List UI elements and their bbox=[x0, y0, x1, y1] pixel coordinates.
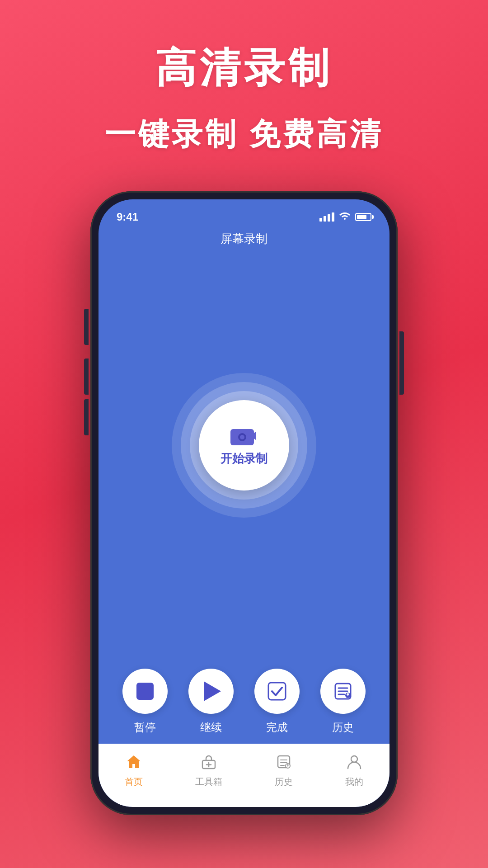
history-tab-icon bbox=[276, 754, 292, 773]
headline-sub: 一键录制 免费高清 bbox=[105, 114, 384, 155]
phone-screen: 9:41 bbox=[99, 199, 389, 807]
continue-label: 继续 bbox=[200, 720, 222, 735]
action-buttons-row: 暂停 继续 完成 bbox=[99, 660, 389, 744]
toolbox-tab-icon bbox=[201, 754, 217, 773]
status-bar: 9:41 bbox=[99, 199, 389, 226]
wifi-icon bbox=[339, 211, 351, 223]
continue-button[interactable] bbox=[188, 669, 234, 714]
history-label: 历史 bbox=[332, 720, 354, 735]
record-button-container[interactable]: 开始录制 bbox=[167, 368, 321, 522]
tab-home-label: 首页 bbox=[125, 776, 143, 788]
tab-bar: 首页 工具箱 bbox=[99, 744, 389, 807]
done-button[interactable] bbox=[254, 669, 300, 714]
svg-rect-4 bbox=[268, 683, 286, 700]
home-tab-icon bbox=[126, 754, 142, 773]
tab-home[interactable]: 首页 bbox=[125, 754, 143, 788]
phone-mockup: 9:41 bbox=[90, 191, 398, 815]
history-icon bbox=[333, 682, 352, 701]
main-content: 开始录制 bbox=[99, 249, 389, 660]
status-time: 9:41 bbox=[117, 211, 138, 223]
tab-mine-label: 我的 bbox=[345, 776, 363, 788]
pause-action[interactable]: 暂停 bbox=[122, 669, 168, 735]
app-title: 屏幕录制 bbox=[99, 226, 389, 249]
history-action[interactable]: 历史 bbox=[320, 669, 366, 735]
done-action[interactable]: 完成 bbox=[254, 669, 300, 735]
tab-mine[interactable]: 我的 bbox=[345, 754, 363, 788]
tab-toolbox-label: 工具箱 bbox=[195, 776, 222, 788]
headline-main: 高清录制 bbox=[155, 41, 333, 96]
continue-action[interactable]: 继续 bbox=[188, 669, 234, 735]
stop-icon bbox=[136, 683, 154, 700]
history-button[interactable] bbox=[320, 669, 366, 714]
check-icon bbox=[267, 682, 286, 701]
svg-point-3 bbox=[240, 435, 244, 439]
battery-icon bbox=[355, 213, 371, 221]
mine-tab-icon bbox=[346, 754, 362, 773]
play-icon bbox=[204, 681, 221, 701]
tab-toolbox[interactable]: 工具箱 bbox=[195, 754, 222, 788]
pause-button[interactable] bbox=[122, 669, 168, 714]
pause-label: 暂停 bbox=[134, 720, 156, 735]
tab-history[interactable]: 历史 bbox=[275, 754, 293, 788]
svg-point-20 bbox=[351, 756, 357, 762]
tab-history-label: 历史 bbox=[275, 776, 293, 788]
start-record-button[interactable]: 开始录制 bbox=[199, 400, 289, 491]
signal-icon bbox=[319, 212, 334, 222]
record-button-label: 开始录制 bbox=[221, 451, 267, 467]
camera-icon bbox=[230, 425, 258, 447]
status-bar-right bbox=[319, 211, 371, 223]
done-label: 完成 bbox=[266, 720, 288, 735]
